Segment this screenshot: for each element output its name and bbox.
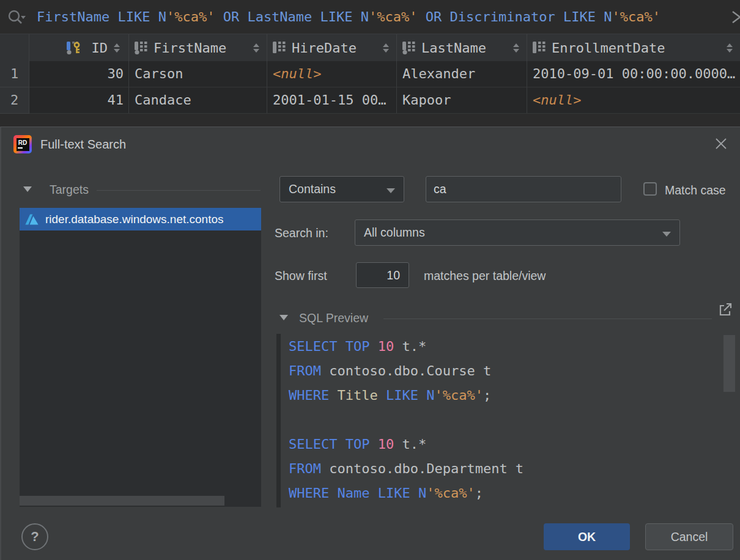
targets-section-label: Targets	[50, 183, 89, 197]
column-label: HireDate	[292, 40, 357, 56]
table-row[interactable]: 1 30 Carson <null> Alexander 2010-09-01 …	[0, 61, 740, 87]
search-icon[interactable]	[6, 9, 27, 26]
search-in-value: All columns	[364, 220, 425, 245]
row-number[interactable]: 2	[0, 87, 29, 114]
sort-toggle[interactable]	[253, 43, 262, 53]
search-text-input[interactable]	[426, 177, 621, 202]
vertical-scrollbar[interactable]	[723, 335, 735, 392]
sql-editor-gutter	[276, 334, 281, 507]
chevron-down-icon	[387, 188, 395, 193]
column-label: LastName	[421, 40, 486, 56]
sort-desc-icon	[513, 49, 519, 53]
targets-list: rider.database.windows.net.contos	[20, 208, 261, 507]
sort-toggle[interactable]	[383, 43, 391, 53]
cell-hiredate[interactable]: 2001-01-15 00…	[267, 87, 397, 114]
table-row[interactable]: 2 41 Candace 2001-01-15 00… Kapoor <null…	[0, 87, 740, 114]
sql-line	[289, 408, 717, 432]
cell-hiredate[interactable]: <null>	[267, 61, 397, 87]
grid-corner	[0, 34, 29, 61]
expand-filter-chevron-icon[interactable]	[728, 7, 740, 28]
filter-bar: FirstName LIKE N'%ca%' OR LastName LIKE …	[0, 0, 740, 34]
sort-asc-icon	[727, 43, 733, 47]
targets-collapse-icon[interactable]	[23, 186, 32, 192]
column-icon	[402, 40, 416, 55]
match-case-label: Match case	[665, 183, 726, 197]
cancel-button[interactable]: Cancel	[645, 523, 733, 550]
chevron-down-icon	[662, 232, 671, 237]
column-label: FirstName	[154, 40, 226, 56]
column-header-enrollmentdate[interactable]: EnrollmentDate	[527, 34, 740, 61]
sql-line: SELECT TOP 10 t.*	[289, 432, 717, 457]
column-icon	[272, 40, 287, 55]
column-label: ID	[92, 40, 108, 56]
column-header-id[interactable]: ID	[29, 34, 129, 61]
row-number[interactable]: 1	[0, 61, 29, 87]
grid-header-row: ID FirstName	[0, 34, 740, 61]
sql-line: WHERE Name LIKE N'%ca%';	[289, 481, 717, 506]
search-in-label: Search in:	[275, 226, 328, 240]
sort-asc-icon	[253, 43, 259, 47]
matches-per-table-label: matches per table/view	[424, 269, 546, 283]
cell-enrollmentdate[interactable]: 2010-09-01 00:00:00.0000…	[527, 61, 740, 87]
sort-asc-icon	[114, 43, 120, 47]
dialog-title: Full-text Search	[40, 138, 126, 152]
open-in-editor-icon[interactable]	[717, 301, 734, 319]
operator-dropdown[interactable]: Contains	[279, 176, 404, 202]
sql-preview-collapse-icon[interactable]	[279, 315, 288, 320]
column-icon	[134, 40, 149, 55]
ok-button[interactable]: OK	[544, 523, 630, 550]
sort-asc-icon	[513, 43, 519, 47]
sort-asc-icon	[383, 43, 389, 47]
filter-query-input[interactable]: FirstName LIKE N'%ca%' OR LastName LIKE …	[37, 9, 728, 24]
target-list-item-selected[interactable]: rider.database.windows.net.contos	[20, 208, 261, 230]
search-text-field-wrap	[426, 176, 621, 202]
help-button[interactable]: ?	[21, 523, 48, 550]
horizontal-scrollbar[interactable]	[20, 496, 224, 506]
cell-lastname[interactable]: Alexander	[397, 61, 527, 87]
section-divider	[383, 319, 712, 319]
cell-enrollmentdate[interactable]: <null>	[527, 87, 740, 114]
azure-database-icon	[24, 213, 40, 226]
sort-desc-icon	[114, 49, 120, 53]
result-grid: ID FirstName	[0, 34, 740, 114]
sort-desc-icon	[383, 49, 389, 53]
column-icon	[532, 40, 547, 55]
operator-value: Contains	[289, 177, 336, 202]
sort-desc-icon	[253, 49, 259, 53]
sql-preview-label: SQL Preview	[299, 311, 368, 325]
target-name: rider.database.windows.net.contos	[45, 213, 224, 226]
cell-id[interactable]: 41	[29, 87, 129, 114]
sql-line: FROM contoso.dbo.Course t	[289, 359, 717, 383]
match-case-checkbox[interactable]	[643, 182, 657, 196]
column-header-lastname[interactable]: LastName	[397, 34, 527, 61]
rider-logo-icon: RD	[13, 135, 32, 153]
sort-toggle[interactable]	[513, 43, 522, 53]
sort-toggle[interactable]	[727, 43, 735, 53]
primary-key-column-icon	[66, 40, 87, 55]
sort-desc-icon	[727, 49, 733, 53]
sort-toggle[interactable]	[114, 43, 122, 53]
cell-firstname[interactable]: Candace	[129, 87, 267, 114]
full-text-search-dialog: RD Full-text Search Targets rider.databa…	[0, 127, 740, 560]
sql-line: SELECT TOP 10 t.*	[289, 334, 717, 359]
column-header-hiredate[interactable]: HireDate	[267, 34, 397, 61]
cell-lastname[interactable]: Kapoor	[397, 87, 527, 114]
show-first-input[interactable]	[357, 263, 409, 287]
cell-firstname[interactable]: Carson	[129, 61, 267, 87]
sql-line: WHERE Title LIKE N'%ca%';	[289, 383, 717, 408]
close-icon[interactable]	[712, 134, 730, 153]
column-header-firstname[interactable]: FirstName	[129, 34, 267, 61]
show-first-field-wrap	[356, 262, 409, 288]
show-first-label: Show first	[275, 269, 327, 283]
cell-id[interactable]: 30	[29, 61, 129, 87]
sql-preview-code: SELECT TOP 10 t.* FROM contoso.dbo.Cours…	[289, 334, 717, 506]
search-in-dropdown[interactable]: All columns	[355, 219, 680, 246]
section-divider	[97, 190, 261, 191]
sql-line: FROM contoso.dbo.Department t	[289, 457, 717, 481]
column-label: EnrollmentDate	[552, 40, 665, 56]
database-tool-window: FirstName LIKE N'%ca%' OR LastName LIKE …	[0, 0, 740, 560]
